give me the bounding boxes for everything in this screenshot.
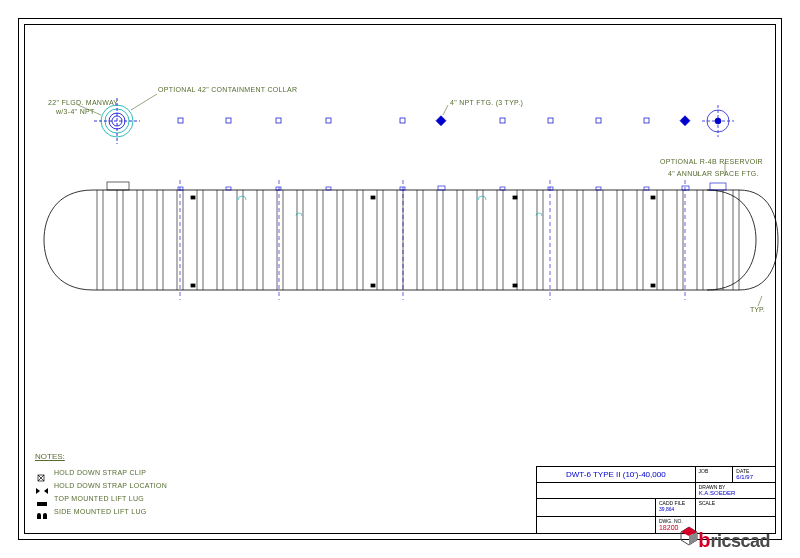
note-text-2: TOP MOUNTED LIFT LUG bbox=[54, 495, 144, 502]
svg-rect-14 bbox=[500, 118, 505, 123]
reservoir-plan bbox=[702, 105, 734, 137]
note-row-1: HOLD DOWN STRAP LOCATION bbox=[35, 481, 167, 489]
svg-rect-97 bbox=[276, 187, 281, 190]
strap-clip-icon bbox=[35, 468, 49, 476]
svg-rect-101 bbox=[500, 187, 505, 190]
note-text-0: HOLD DOWN STRAP CLIP bbox=[54, 469, 146, 476]
tb-title: DWT-6 TYPE II (10')-40,000 bbox=[537, 467, 696, 482]
svg-rect-10 bbox=[276, 118, 281, 123]
svg-rect-12 bbox=[400, 118, 405, 123]
svg-rect-13 bbox=[436, 116, 446, 126]
svg-rect-100 bbox=[438, 186, 445, 190]
svg-rect-17 bbox=[644, 118, 649, 123]
svg-rect-9 bbox=[226, 118, 231, 123]
svg-rect-102 bbox=[548, 187, 553, 190]
label-annular: 4" ANNULAR SPACE FTG. bbox=[668, 170, 759, 177]
svg-rect-8 bbox=[178, 118, 183, 123]
strap-location-icon bbox=[35, 481, 49, 489]
svg-rect-16 bbox=[596, 118, 601, 123]
label-typ: TYP. bbox=[750, 306, 765, 313]
svg-line-6 bbox=[131, 94, 157, 110]
svg-rect-18 bbox=[680, 116, 690, 126]
svg-line-120 bbox=[758, 296, 762, 306]
note-row-2: TOP MOUNTED LIFT LUG bbox=[35, 494, 144, 502]
svg-rect-117 bbox=[513, 284, 517, 287]
logo-hex-icon bbox=[678, 525, 700, 547]
top-lug-icon bbox=[35, 494, 49, 502]
svg-line-23 bbox=[443, 105, 448, 115]
note-text-3: SIDE MOUNTED LIFT LUG bbox=[54, 508, 147, 515]
svg-rect-118 bbox=[651, 196, 655, 199]
svg-rect-105 bbox=[682, 186, 689, 190]
tank-elevation bbox=[44, 180, 778, 300]
note-row-3: SIDE MOUNTED LIFT LUG bbox=[35, 507, 147, 515]
svg-rect-94 bbox=[107, 182, 129, 190]
logo-rest: ricscad bbox=[710, 531, 770, 552]
svg-rect-15 bbox=[548, 118, 553, 123]
svg-rect-99 bbox=[400, 187, 405, 190]
label-manway-b: w/3-4" NPT bbox=[56, 108, 95, 115]
label-reservoir: OPTIONAL R-4B RESERVOIR bbox=[660, 158, 763, 165]
notes-header: NOTES: bbox=[35, 452, 65, 461]
title-block: DWT-6 TYPE II (10')-40,000 JOB DATE6/1/9… bbox=[536, 466, 776, 534]
svg-rect-119 bbox=[651, 284, 655, 287]
side-lug-icon bbox=[35, 507, 49, 515]
label-manway-a: 22" FLGD. MANWAY bbox=[48, 99, 118, 106]
label-collar: OPTIONAL 42" CONTAINMENT COLLAR bbox=[158, 86, 297, 93]
note-text-1: HOLD DOWN STRAP LOCATION bbox=[54, 482, 167, 489]
svg-rect-95 bbox=[178, 187, 183, 190]
label-npt-ftg: 4" NPT FTG. (3 TYP.) bbox=[450, 99, 523, 106]
svg-rect-114 bbox=[371, 196, 375, 199]
svg-rect-106 bbox=[710, 183, 726, 190]
svg-rect-126 bbox=[37, 502, 47, 506]
tb-dwg: 18200 bbox=[659, 524, 678, 531]
svg-rect-113 bbox=[191, 284, 195, 287]
logo-b: b bbox=[698, 529, 710, 552]
svg-rect-112 bbox=[191, 196, 195, 199]
svg-rect-116 bbox=[513, 196, 517, 199]
svg-rect-11 bbox=[326, 118, 331, 123]
svg-rect-104 bbox=[644, 187, 649, 190]
svg-rect-96 bbox=[226, 187, 231, 190]
svg-rect-115 bbox=[371, 284, 375, 287]
top-fittings-row bbox=[178, 116, 690, 126]
note-row-0: HOLD DOWN STRAP CLIP bbox=[35, 468, 146, 476]
svg-point-22 bbox=[715, 118, 721, 124]
svg-rect-98 bbox=[326, 187, 331, 190]
tb-drawn: K.A.SOEDER bbox=[699, 490, 736, 496]
bricscad-logo: bricscad bbox=[678, 525, 770, 552]
svg-rect-103 bbox=[596, 187, 601, 190]
tb-date: 6/1/97 bbox=[736, 474, 753, 480]
tb-cadd: 39,864 bbox=[659, 506, 674, 512]
